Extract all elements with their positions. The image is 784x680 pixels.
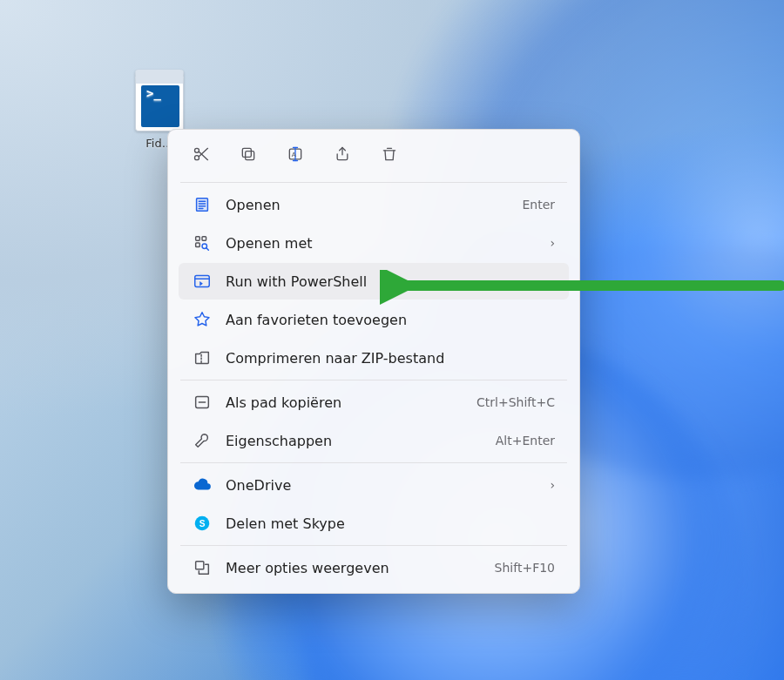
trash-icon: [381, 145, 398, 163]
svg-text:A: A: [292, 151, 296, 158]
menu-item-properties[interactable]: Eigenschappen Alt+Enter: [179, 422, 569, 459]
menu-item-compress-zip[interactable]: Comprimeren naar ZIP-bestand: [179, 340, 569, 376]
more-options-icon: [193, 558, 212, 577]
divider: [180, 380, 567, 380]
powershell-script-icon: [135, 70, 184, 131]
star-icon: [193, 310, 212, 329]
menu-item-label: Delen met Skype: [226, 515, 555, 532]
divider: [180, 545, 567, 546]
context-menu: A Openen Enter: [167, 129, 580, 594]
rename-button[interactable]: A: [283, 142, 308, 166]
menu-item-onedrive[interactable]: OneDrive ›: [179, 467, 569, 503]
scissors-icon: [193, 145, 210, 163]
skype-icon: S: [193, 514, 212, 533]
menu-item-label: Openen: [226, 197, 508, 213]
svg-rect-9: [202, 237, 206, 241]
copy-path-icon: [193, 393, 212, 412]
svg-rect-7: [196, 237, 200, 241]
divider: [180, 182, 567, 183]
menu-item-label: OneDrive: [226, 477, 536, 494]
copy-icon: [240, 145, 257, 163]
menu-item-shortcut: Enter: [522, 198, 555, 212]
menu-item-shortcut: Alt+Enter: [496, 434, 555, 448]
menu-item-more-options[interactable]: Meer opties weergeven Shift+F10: [179, 549, 569, 586]
menu-item-label: Eigenschappen: [226, 433, 482, 449]
rename-icon: A: [287, 145, 304, 163]
menu-item-label: Comprimeren naar ZIP-bestand: [226, 350, 555, 367]
menu-item-run-powershell[interactable]: Run with PowerShell: [179, 263, 569, 300]
onedrive-icon: [193, 475, 212, 495]
chevron-right-icon: ›: [550, 478, 555, 492]
menu-item-add-favorites[interactable]: Aan favorieten toevoegen: [179, 301, 569, 338]
menu-item-label: Meer opties weergeven: [226, 560, 481, 576]
share-button[interactable]: [330, 142, 355, 166]
menu-item-open[interactable]: Openen Enter: [179, 186, 569, 223]
copy-button[interactable]: [236, 142, 260, 166]
menu-item-shortcut: Shift+F10: [495, 561, 555, 575]
chevron-right-icon: ›: [550, 236, 555, 250]
delete-button[interactable]: [377, 142, 402, 166]
menu-item-copy-path[interactable]: Als pad kopiëren Ctrl+Shift+C: [179, 384, 569, 421]
svg-rect-3: [242, 148, 251, 157]
zip-icon: [193, 348, 212, 367]
svg-text:S: S: [199, 519, 206, 529]
menu-item-label: Openen met: [226, 235, 536, 252]
cut-button[interactable]: [189, 142, 213, 166]
context-menu-toolbar: A: [173, 137, 574, 178]
svg-rect-11: [195, 276, 210, 287]
menu-item-label: Run with PowerShell: [226, 273, 555, 290]
menu-item-label: Als pad kopiëren: [226, 394, 463, 411]
menu-item-open-with[interactable]: Openen met ›: [179, 225, 569, 261]
menu-item-share-skype[interactable]: S Delen met Skype: [179, 505, 569, 542]
powershell-icon: [193, 272, 212, 291]
share-icon: [334, 145, 351, 163]
menu-item-label: Aan favorieten toevoegen: [226, 312, 555, 328]
wrench-icon: [193, 431, 212, 450]
svg-rect-8: [196, 243, 200, 247]
open-with-icon: [193, 233, 212, 252]
menu-item-shortcut: Ctrl+Shift+C: [476, 395, 555, 409]
svg-rect-15: [196, 562, 204, 569]
svg-rect-2: [246, 151, 254, 160]
divider: [180, 462, 567, 463]
open-icon: [193, 195, 212, 214]
